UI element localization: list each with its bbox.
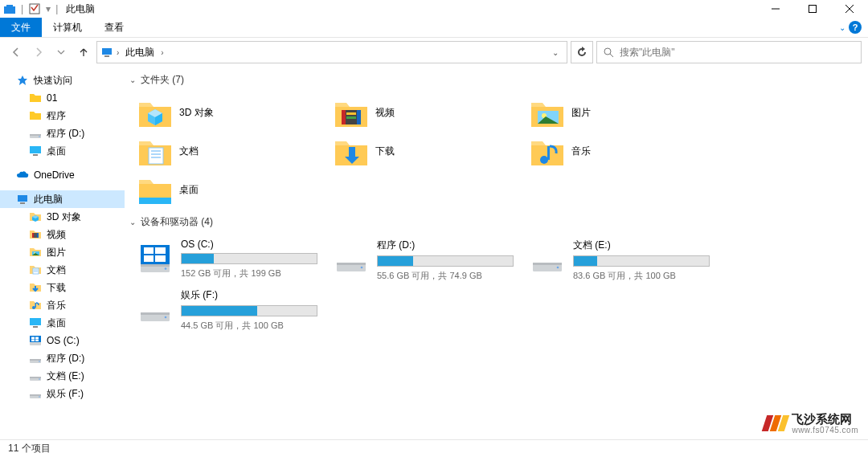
svg-point-13 [39,136,40,137]
svg-line-10 [610,54,613,57]
refresh-button[interactable] [571,41,593,63]
ribbon: 文件 计算机 查看 ⌄ ? [0,18,868,38]
folder-item[interactable]: 视频 [330,93,526,132]
maximize-button[interactable] [794,0,831,18]
drive-icon [334,239,369,274]
folder-label: 文档 [179,145,199,158]
chevron-right-icon[interactable]: › [159,48,165,57]
svg-rect-46 [342,110,346,124]
svg-rect-69 [337,263,366,265]
separator: | [21,3,23,14]
folder-item[interactable]: 3D 对象 [134,93,330,132]
chevron-down-icon: ⌄ [129,218,136,226]
svg-point-9 [604,48,611,55]
search-box[interactable]: 搜索"此电脑" [596,41,862,63]
folder-icon [29,109,42,122]
folder-item[interactable]: 图片 [526,93,723,132]
label: OneDrive [34,169,75,181]
svg-rect-37 [30,359,41,361]
recent-locations-button[interactable] [51,43,71,62]
sidebar-item[interactable]: 程序 (D:) [0,124,125,142]
drive-icon [137,288,173,324]
address-bar[interactable]: › 此电脑 › ⌄ [96,41,567,63]
group-header-drives[interactable]: ⌄ 设备和驱动器 (4) [125,214,868,231]
sidebar-item[interactable]: 程序 [0,107,125,124]
forward-button[interactable] [29,43,48,62]
sidebar-item[interactable]: 桌面 [0,142,125,160]
drive-label: 文档 (E:) [573,239,719,252]
svg-rect-29 [33,326,38,328]
video-icon [29,228,42,241]
address-dropdown-icon[interactable]: ⌄ [547,48,563,57]
sidebar-item[interactable]: OS (C:) [0,332,125,349]
drive-item[interactable]: 娱乐 (F:)44.5 GB 可用，共 100 GB [134,285,330,335]
label: 图片 [47,246,66,259]
capacity-bar [573,255,710,267]
sidebar-item[interactable]: 程序 (D:) [0,349,125,367]
3d-icon [29,210,42,223]
sidebar-item[interactable]: 3D 对象 [0,208,125,226]
sidebar-item[interactable]: 图片 [0,243,125,261]
minimize-button[interactable] [757,0,794,18]
folder-item[interactable]: 文档 [134,132,330,170]
sidebar-item[interactable]: 01 [0,89,125,107]
breadcrumb[interactable]: 此电脑 [122,44,158,61]
capacity-bar [181,253,317,264]
chevron-right-icon[interactable]: › [115,48,121,57]
up-button[interactable] [74,43,93,62]
close-button[interactable] [831,0,868,18]
star-icon [16,74,29,87]
svg-rect-34 [31,340,35,342]
sidebar-this-pc[interactable]: 此电脑 [0,190,125,208]
drive-item[interactable]: OS (C:)152 GB 可用，共 199 GB [134,235,330,285]
svg-rect-61 [141,264,170,267]
folder-label: 下载 [375,145,395,158]
group-label: 文件夹 (7) [141,73,184,87]
svg-rect-49 [346,116,356,119]
sidebar-onedrive[interactable]: OneDrive [0,166,125,184]
watermark-title: 飞沙系统网 [792,413,858,426]
qat-dropdown-icon[interactable]: ▾ [46,3,51,14]
svg-rect-66 [144,255,154,262]
tab-view[interactable]: 查看 [93,18,135,37]
svg-rect-17 [20,202,25,204]
folder-item[interactable]: 桌面 [134,170,330,209]
properties-icon[interactable] [28,2,41,15]
sidebar-item[interactable]: 下载 [0,279,125,296]
help-button[interactable]: ? [849,21,862,34]
3d-icon [137,96,173,129]
desktop-icon [29,316,42,329]
svg-rect-28 [30,318,41,325]
sidebar-item[interactable]: 音乐 [0,296,125,314]
sidebar-item[interactable]: 视频 [0,226,125,243]
folder-item[interactable]: 音乐 [526,132,723,170]
drive-label: 程序 (D:) [377,239,523,252]
app-icon [3,2,16,15]
documents-icon [29,263,42,276]
drive-item[interactable]: 文档 (E:)83.6 GB 可用，共 100 GB [526,235,723,285]
music-icon [29,299,42,312]
sidebar-item[interactable]: 娱乐 (F:) [0,385,125,402]
svg-rect-14 [30,146,41,153]
label: 01 [47,92,57,104]
sidebar-quick-access[interactable]: 快速访问 [0,71,125,89]
label: 文档 [47,263,66,277]
capacity-bar [181,305,317,316]
expand-ribbon-icon[interactable]: ⌄ [839,23,845,32]
back-button[interactable] [6,43,26,62]
tab-computer[interactable]: 计算机 [42,18,93,37]
folder-item[interactable]: 下载 [330,132,526,170]
svg-point-70 [361,267,363,269]
chevron-down-icon: ⌄ [129,75,136,84]
sidebar-item[interactable]: 桌面 [0,314,125,332]
folder-icon [29,92,42,104]
drive-label: OS (C:) [181,239,327,250]
pictures-icon [29,246,42,259]
tab-file[interactable]: 文件 [0,18,42,37]
sidebar-item[interactable]: 文档 [0,261,125,279]
svg-rect-75 [141,312,170,315]
sidebar-item[interactable]: 文档 (E:) [0,367,125,385]
window-title: 此电脑 [66,2,95,16]
drive-item[interactable]: 程序 (D:)55.6 GB 可用，共 74.9 GB [330,235,526,285]
group-header-folders[interactable]: ⌄ 文件夹 (7) [125,71,868,88]
